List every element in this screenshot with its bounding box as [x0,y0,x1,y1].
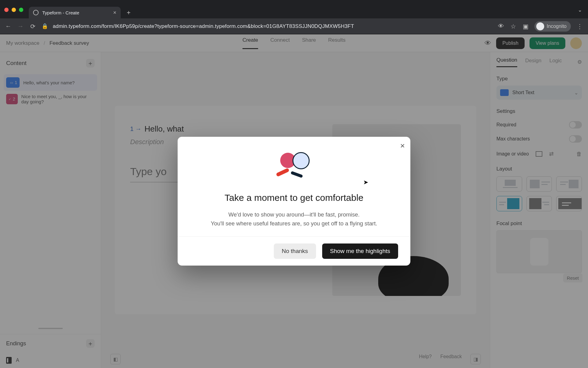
incognito-icon [536,22,544,30]
incognito-label: Incognito [547,24,567,29]
browser-tabstrip: Typeform - Create × ＋ ⌄ [0,4,588,18]
close-icon[interactable]: × [400,141,405,151]
tab-title: Typeform - Create [42,10,79,15]
panel-icon[interactable]: ▣ [522,23,529,30]
modal-line-2: You'll see where useful features are, so… [196,219,392,228]
incognito-badge[interactable]: Incognito [534,21,571,32]
browser-tab[interactable]: Typeform - Create × [29,7,121,18]
lock-icon: 🔒 [42,23,48,29]
forward-icon[interactable]: → [17,23,24,30]
maximize-window-icon[interactable] [19,8,23,12]
modal-title: Take a moment to get comfortable [196,193,392,203]
window-controls[interactable] [4,8,23,12]
address-bar[interactable]: 🔒 admin.typeform.com/form/IK6Pp59p/creat… [42,23,492,29]
no-thanks-button[interactable]: No thanks [274,243,316,259]
tab-favicon-icon [33,10,39,15]
modal-line-1: We'd love to show you around—it'll be fa… [196,210,392,219]
minimize-window-icon[interactable] [12,8,16,12]
onboarding-modal: × Take a moment to get comfortable We'd … [178,137,410,266]
new-tab-button[interactable]: ＋ [124,7,134,17]
tab-overflow-icon[interactable]: ⌄ [578,7,582,13]
kebab-menu-icon[interactable]: ⋮ [576,23,583,30]
browser-toolbar: ← → ⟳ 🔒 admin.typeform.com/form/IK6Pp59p… [0,18,588,34]
eye-off-icon[interactable]: 👁 [498,23,504,30]
show-highlights-button[interactable]: Show me the highlights [322,243,398,259]
modal-illustration [271,149,317,186]
reload-icon[interactable]: ⟳ [29,23,36,30]
star-icon[interactable]: ☆ [510,23,517,30]
close-tab-icon[interactable]: × [113,10,116,16]
url-text: admin.typeform.com/form/IK6Pp59p/create?… [53,23,354,29]
close-window-icon[interactable] [4,8,9,12]
back-icon[interactable]: ← [5,23,12,30]
modal-scrim[interactable]: × Take a moment to get comfortable We'd … [0,34,588,368]
